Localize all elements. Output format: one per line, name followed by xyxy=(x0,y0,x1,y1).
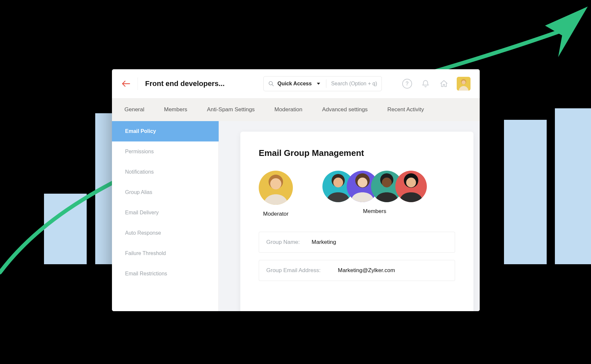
person-icon xyxy=(457,77,471,91)
svg-point-12 xyxy=(382,178,392,187)
members-label: Members xyxy=(363,208,386,215)
quick-access-label: Quick Access xyxy=(277,81,312,87)
tab-anti-spam[interactable]: Anti-Spam Settings xyxy=(207,106,255,113)
bell-icon xyxy=(421,79,430,88)
svg-point-8 xyxy=(333,178,343,187)
notifications-button[interactable] xyxy=(420,78,431,89)
svg-point-14 xyxy=(406,178,416,187)
chevron-down-icon xyxy=(317,83,320,85)
svg-marker-0 xyxy=(545,7,588,57)
page-title: Front end developers... xyxy=(145,79,225,88)
user-avatar[interactable] xyxy=(457,77,471,91)
sidebar-item-auto-response[interactable]: Auto Response xyxy=(112,223,219,243)
card-title: Email Group Management xyxy=(259,148,455,158)
settings-sidebar: Email Policy Permissions Notifications G… xyxy=(112,121,219,311)
question-icon: ? xyxy=(402,79,412,89)
sidebar-item-notifications[interactable]: Notifications xyxy=(112,162,219,182)
app-header: Front end developers... Quick Access Sea… xyxy=(112,69,480,98)
help-button[interactable]: ? xyxy=(402,78,413,89)
tab-recent-activity[interactable]: Recent Activity xyxy=(387,106,424,113)
divider xyxy=(138,77,138,90)
search-icon xyxy=(268,81,274,87)
moderator-avatar xyxy=(259,171,293,205)
tab-strip: General Members Anti-Spam Settings Moder… xyxy=(112,98,480,121)
field-label: Group Name: xyxy=(266,239,302,246)
group-email-field[interactable]: Group Email Address: Marketing@Zylker.co… xyxy=(259,260,455,281)
tab-general[interactable]: General xyxy=(124,106,144,113)
home-icon xyxy=(440,79,448,88)
divider xyxy=(326,79,326,88)
email-group-card: Email Group Management Moderator xyxy=(240,132,473,311)
arrow-left-icon xyxy=(121,80,130,87)
window-body: Email Policy Permissions Notifications G… xyxy=(112,121,480,311)
sidebar-item-permissions[interactable]: Permissions xyxy=(112,141,219,162)
app-window: Front end developers... Quick Access Sea… xyxy=(112,69,480,311)
tab-moderation[interactable]: Moderation xyxy=(274,106,302,113)
sidebar-item-failure-threshold[interactable]: Failure Threshold xyxy=(112,243,219,264)
field-value: Marketing@Zylker.com xyxy=(338,267,395,274)
svg-point-10 xyxy=(358,178,367,187)
svg-line-2 xyxy=(272,84,274,86)
svg-point-6 xyxy=(270,178,281,189)
people-row: Moderator xyxy=(259,171,455,217)
moderator-label: Moderator xyxy=(263,211,288,217)
tab-members[interactable]: Members xyxy=(164,106,187,113)
tab-advanced-settings[interactable]: Advanced settings xyxy=(322,106,368,113)
home-button[interactable] xyxy=(438,78,449,89)
field-label: Group Email Address: xyxy=(266,267,329,274)
field-value: Marketing xyxy=(312,239,336,246)
sidebar-item-group-alias[interactable]: Group Alias xyxy=(112,182,219,203)
group-name-field[interactable]: Group Name: Marketing xyxy=(259,232,455,253)
svg-point-4 xyxy=(462,80,466,84)
person-icon xyxy=(395,171,427,202)
person-icon xyxy=(259,171,293,205)
sidebar-item-email-policy[interactable]: Email Policy xyxy=(112,121,219,141)
members-col: Members xyxy=(322,171,427,215)
quick-access-dropdown[interactable]: Quick Access Search (Option + q) xyxy=(263,76,382,91)
member-avatar xyxy=(395,171,427,202)
sidebar-item-email-restrictions[interactable]: Email Restrictions xyxy=(112,264,219,284)
main-panel: Email Group Management Moderator xyxy=(219,121,480,311)
moderator-col: Moderator xyxy=(259,171,293,217)
member-avatar-stack xyxy=(322,171,427,202)
search-input[interactable]: Search (Option + q) xyxy=(331,81,377,87)
back-button[interactable] xyxy=(121,79,130,88)
sidebar-item-email-delivery[interactable]: Email Delivery xyxy=(112,203,219,223)
